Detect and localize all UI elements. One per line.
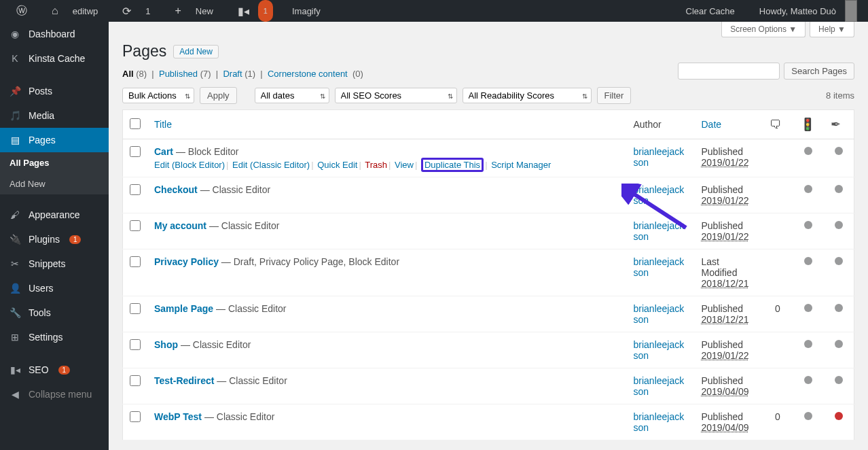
author-link[interactable]: brianleejackson [634,303,685,325]
row-title-suffix: — Draft, Privacy Policy Page, Block Edit… [219,256,399,267]
row-checkbox[interactable] [130,256,141,267]
users-icon: 👤 [8,281,22,295]
row-title-link[interactable]: Cart [154,146,173,157]
comments-cell [763,332,793,368]
col-date[interactable]: Date [702,119,722,130]
sidebar-item-seo[interactable]: ▮◂SEO1 [0,358,109,382]
sidebar-item-settings[interactable]: ⊞Settings [0,325,109,349]
author-link[interactable]: brianleejackson [634,339,685,361]
submenu-all-pages[interactable]: All Pages [0,152,109,173]
row-title-suffix: — Classic Editor [213,303,286,314]
duplicate-link[interactable]: Duplicate This [421,158,484,172]
readability-dot [835,340,843,348]
author-link[interactable]: brianleejackson [634,220,685,242]
clear-cache-link[interactable]: Clear Cache [675,0,746,22]
quick-edit-link[interactable]: Quick Edit [317,160,357,170]
author-link[interactable]: brianleejackson [634,256,685,278]
row-checkbox[interactable] [130,146,141,157]
sidebar-item-plugins[interactable]: 🔌Plugins1 [0,227,109,252]
view-link[interactable]: View [395,160,414,170]
date-value: 2019/01/22 [702,195,749,206]
sidebar-item-snippets[interactable]: ✂Snippets [0,252,109,276]
row-title-link[interactable]: Shop [154,339,178,350]
col-author: Author [627,110,695,139]
pages-table: Title Author Date 🗨 🚦 ✒ Cart — Block Edi… [122,109,854,440]
filter-draft[interactable]: Draft (1) [223,69,255,79]
comments-cell [763,249,793,296]
apply-button[interactable]: Apply [200,87,237,104]
sidebar-item-posts[interactable]: 📌Posts [0,79,109,103]
author-link[interactable]: brianleejackson [634,184,685,206]
date-status: Published [702,303,744,314]
select-all-checkbox[interactable] [130,118,141,129]
imagify-link[interactable]: Imagify [281,0,331,22]
row-checkbox[interactable] [130,220,141,231]
row-checkbox[interactable] [130,375,141,386]
dates-select[interactable]: All dates [255,88,329,103]
col-title[interactable]: Title [154,119,172,130]
row-title-suffix: — Block Editor [173,146,238,157]
seo-select[interactable]: All SEO Scores [335,88,457,103]
table-row: Cart — Block Editor Edit (Block Editor)|… [123,139,854,177]
table-row: Shop — Classic Editor brianleejackson Pu… [123,332,854,368]
date-value: 2018/12/21 [702,278,749,289]
collapse-icon: ◀ [8,387,22,401]
row-title-suffix: — Classic Editor [202,411,274,422]
seo-dot [804,257,812,265]
wp-logo[interactable]: ⓦ [5,0,38,22]
script-manager-link[interactable]: Script Manager [491,160,551,170]
row-checkbox[interactable] [130,411,141,422]
account-link[interactable]: Howdy, Matteo Duò [748,0,863,22]
updates-link[interactable]: ⟳1 [111,0,161,22]
date-value: 2019/01/22 [702,350,749,361]
readability-select[interactable]: All Readability Scores [463,88,592,103]
collapse-menu[interactable]: ◀Collapse menu [0,382,109,406]
bulk-actions-select[interactable]: Bulk Actions [122,88,194,103]
new-content-link[interactable]: +New [164,0,223,22]
search-button[interactable]: Search Pages [784,63,854,80]
author-link[interactable]: brianleejackson [634,146,685,168]
sidebar-item-kinsta[interactable]: KKinsta Cache [0,46,109,71]
table-row: Privacy Policy — Draft, Privacy Policy P… [123,249,854,296]
row-title-suffix: — Classic Editor [198,184,270,195]
row-title-link[interactable]: Test-Redirect [154,375,214,386]
seo-dot [804,412,812,420]
yoast-link[interactable]: ▮◂1 [227,0,278,22]
filter-cornerstone[interactable]: Cornerstone content (0) [268,69,363,79]
edit-classic-link[interactable]: Edit (Classic Editor) [232,160,310,170]
trash-link[interactable]: Trash [365,160,387,170]
filter-published[interactable]: Published (7) [159,69,211,79]
sidebar-item-dashboard[interactable]: ◉Dashboard [0,22,109,46]
screen-options-tab[interactable]: Screen Options ▼ [721,22,806,37]
filter-button[interactable]: Filter [597,87,632,104]
search-input[interactable] [678,63,780,80]
row-title-link[interactable]: My account [154,220,206,231]
table-row: Sample Page — Classic Editor brianleejac… [123,296,854,332]
sidebar-item-tools[interactable]: 🔧Tools [0,300,109,325]
sidebar-item-appearance[interactable]: 🖌Appearance [0,203,109,227]
help-tab[interactable]: Help ▼ [810,22,854,37]
site-link[interactable]: ⌂editwp [41,0,109,22]
row-title-link[interactable]: Privacy Policy [154,256,219,267]
seo-icon: ▮◂ [8,363,22,377]
readability-dot [835,221,843,229]
row-checkbox[interactable] [130,184,141,195]
edit-block-link[interactable]: Edit (Block Editor) [154,160,225,170]
row-checkbox[interactable] [130,339,141,350]
sidebar-item-pages[interactable]: ▤Pages [0,128,109,152]
wrench-icon: 🔧 [8,306,22,319]
author-link[interactable]: brianleejackson [634,411,685,433]
table-row: My account — Classic Editor brianleejack… [123,213,854,249]
row-title-link[interactable]: Checkout [154,184,198,195]
date-status: Published [702,375,744,386]
add-new-button[interactable]: Add New [173,45,219,58]
filter-all[interactable]: All (8) [122,69,147,79]
author-link[interactable]: brianleejackson [634,375,685,397]
sidebar-item-media[interactable]: 🎵Media [0,103,109,128]
date-value: 2018/12/21 [702,314,749,325]
row-title-link[interactable]: WebP Test [154,411,202,422]
sidebar-item-users[interactable]: 👤Users [0,276,109,300]
submenu-add-new[interactable]: Add New [0,173,109,194]
row-title-link[interactable]: Sample Page [154,303,213,314]
row-checkbox[interactable] [130,303,141,314]
